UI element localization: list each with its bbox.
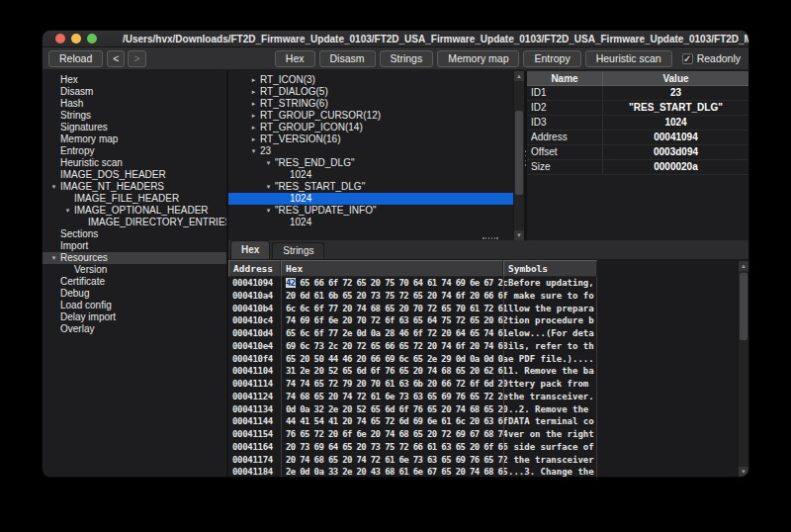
sidebar-item[interactable]: Delay import [43,311,226,323]
resource-tree-item[interactable]: ▾ "RES_START_DLG" [228,181,524,193]
table-row[interactable]: ID2 "RES_START_DLG" [527,101,748,116]
resource-tree-item[interactable]: ▸ RT_VERSION(16) [228,133,524,145]
sidebar-item[interactable]: Hex [43,74,226,86]
zoom-window-button[interactable] [87,34,97,44]
sidebar-item[interactable]: Overlay [43,323,226,335]
sidebar-item[interactable]: Memory map [43,133,226,145]
resource-tree-item[interactable]: ▸ RT_STRING(6) [228,98,524,110]
view-button[interactable]: Heuristic scan [585,50,672,67]
view-button[interactable]: Strings [380,50,434,67]
expander-icon[interactable]: ▾ [47,181,60,193]
table-row[interactable]: Offset 0003d094 [527,145,748,160]
expander-icon[interactable]: ▸ [247,74,260,86]
resource-tree-item[interactable]: 1024 [228,217,524,228]
table-row[interactable]: Size 0000020a [527,160,748,175]
resource-tree-item[interactable]: ▸ RT_DIALOG(5) [228,86,524,98]
resource-tree-item[interactable]: ▾ 23 [228,145,524,157]
hex-row[interactable]: 000410d4 65 6c 6f 77 2e 0d 0a 28 46 6f 7… [228,327,738,340]
resource-tree-item[interactable]: 1024 [228,193,524,205]
sidebar-item[interactable]: Entropy [43,145,226,157]
table-row[interactable]: ID3 1024 [527,116,748,131]
expander-icon[interactable]: ▸ [247,98,260,110]
minimize-window-button[interactable] [71,34,81,44]
resource-tree-item[interactable]: ▸ RT_GROUP_ICON(14) [228,122,524,133]
resource-tree-item[interactable]: ▸ RT_GROUP_CURSOR(12) [228,110,524,122]
selected-byte[interactable]: 42 [286,278,296,288]
sidebar-item[interactable]: Hash [43,98,226,110]
column-header-value[interactable]: Value [603,71,748,85]
hex-row[interactable]: 00041164 20 73 69 64 65 20 73 75 72 66 6… [228,441,738,454]
expander-icon[interactable]: ▸ [247,122,260,133]
hex-row[interactable]: 00041174 20 74 68 65 20 74 72 61 6e 73 6… [228,454,738,467]
column-header-address[interactable]: Address [228,260,281,277]
hex-row[interactable]: 00041154 76 65 72 20 6f 6e 20 74 68 65 2… [228,428,738,441]
hex-scrollbar[interactable]: ▲ ▼ [738,261,748,477]
hex-row[interactable]: 000410e4 69 6c 73 2c 20 72 65 66 65 72 2… [228,340,738,353]
resource-tree-item[interactable]: 1024 [228,169,524,181]
sidebar-item[interactable]: ▾ IMAGE_OPTIONAL_HEADER [43,205,226,217]
expander-icon[interactable]: ▸ [247,110,260,122]
hex-row[interactable]: 00041184 2e 0d 0a 33 2e 20 43 68 61 6e 6… [228,466,738,477]
column-header-symbols[interactable]: Symbols [503,260,597,277]
hex-row[interactable]: 00041144 44 41 54 41 20 74 65 72 6d 69 6… [228,415,738,428]
resource-tree-item[interactable]: ▾ "RES_END_DLG" [228,157,524,169]
sidebar-item[interactable]: ▾ Resources [43,252,226,264]
sidebar-item[interactable]: Heuristic scan [43,157,226,169]
expander-icon[interactable]: ▾ [47,252,60,264]
table-row[interactable]: ID1 23 [527,86,748,101]
scrollbar-thumb[interactable] [515,111,523,195]
expander-icon[interactable]: ▸ [247,133,260,145]
resource-tree-item[interactable]: ▸ RT_ICON(3) [228,74,524,86]
tab[interactable]: Strings [272,242,324,259]
view-button[interactable]: Hex [275,50,315,67]
sidebar-item[interactable]: IMAGE_FILE_HEADER [43,193,226,205]
scrollbar-thumb[interactable] [740,273,747,340]
hex-row[interactable]: 000410f4 65 20 50 44 46 20 66 69 6c 65 2… [228,353,738,366]
close-window-button[interactable] [55,34,65,44]
sidebar-item[interactable]: IMAGE_DIRECTORY_ENTRIES [43,217,226,228]
table-row[interactable]: Address 00041094 [527,131,748,145]
hex-row[interactable]: 000410a4 20 6d 61 6b 65 20 73 75 72 65 2… [228,290,738,303]
expander-icon[interactable]: ▾ [262,157,275,169]
view-button[interactable]: Disasm [319,50,376,67]
expander-icon[interactable]: ▾ [61,205,74,217]
reload-button[interactable]: Reload [48,50,103,67]
expander-icon[interactable]: ▾ [262,205,275,217]
sidebar-item[interactable]: Disasm [43,86,226,98]
hex-row[interactable]: 00041134 0d 0a 32 2e 20 52 65 6d 6f 76 6… [228,403,738,416]
sidebar-item[interactable]: Sections [43,228,226,240]
view-button[interactable]: Entropy [523,50,580,67]
scroll-down-icon[interactable]: ▼ [739,467,748,477]
hex-row[interactable]: 000410c4 74 69 6f 6e 20 70 72 6f 63 65 6… [228,314,738,327]
readonly-checkbox[interactable]: ✓ [682,53,693,64]
horizontal-splitter-handle[interactable] [483,237,498,240]
scroll-up-icon[interactable]: ▲ [514,71,524,81]
forward-button[interactable]: > [128,50,145,67]
resource-tree-scrollbar[interactable]: ▲ ▼ [513,71,524,240]
resource-tree-item[interactable]: ▾ "RES_UPDATE_INFO" [228,205,524,217]
scroll-up-icon[interactable]: ▲ [739,261,748,271]
column-header-hex[interactable]: Hex [281,260,503,277]
sidebar-item[interactable]: Certificate [43,276,226,288]
sidebar-item[interactable]: Strings [43,110,226,122]
hex-row[interactable]: 00041104 31 2e 20 52 65 6d 6f 76 65 20 7… [228,365,738,378]
hex-row[interactable]: 00041114 74 74 65 72 79 20 70 61 63 6b 2… [228,378,738,391]
sidebar-item[interactable]: ▾ IMAGE_NT_HEADERS [43,181,226,193]
sidebar-item[interactable]: Import [43,240,226,252]
sidebar-item[interactable]: IMAGE_DOS_HEADER [43,169,226,181]
column-header-name[interactable]: Name [527,71,603,85]
sidebar-item[interactable]: Signatures [43,122,226,133]
sidebar-item[interactable]: Debug [43,288,226,300]
hex-row[interactable]: 00041094 42 65 66 6f 72 65 20 75 70 64 6… [228,277,738,290]
sidebar-item[interactable]: Version [43,264,226,276]
view-button[interactable]: Memory map [437,50,519,67]
tab[interactable]: Hex [230,240,270,259]
expander-icon[interactable]: ▾ [247,145,260,157]
hex-row[interactable]: 00041124 74 68 65 20 74 72 61 6e 73 63 6… [228,391,738,403]
expander-icon[interactable]: ▸ [247,86,260,98]
expander-icon[interactable]: ▾ [262,181,275,193]
back-button[interactable]: < [107,50,125,67]
vertical-splitter[interactable] [524,71,527,240]
hex-row[interactable]: 000410b4 6c 6c 6f 77 20 74 68 65 20 70 7… [228,303,738,315]
scroll-down-icon[interactable]: ▼ [514,230,524,240]
